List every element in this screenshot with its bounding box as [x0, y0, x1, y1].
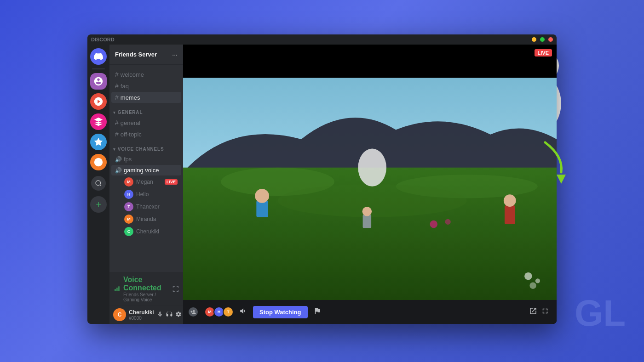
stream-controls-bar: M H T Stop Watching — [183, 300, 557, 324]
svg-rect-10 — [115, 289, 115, 291]
channel-name: gaming voice — [124, 167, 159, 174]
server-sidebar: + — [87, 45, 109, 324]
member-name: Thanexor — [136, 204, 160, 210]
stream-video: LIVE — [183, 45, 557, 300]
minimize-button[interactable] — [532, 37, 536, 42]
user-settings-button[interactable] — [175, 311, 182, 319]
channel-name: fps — [124, 156, 132, 163]
live-indicator: LIVE — [535, 49, 552, 57]
explore-servers-button[interactable] — [91, 176, 106, 191]
svg-marker-6 — [94, 138, 103, 146]
microphone-icon — [157, 311, 163, 317]
stream-action-buttons — [529, 307, 549, 317]
chevron-down-icon: ▾ — [113, 110, 116, 115]
add-server-button[interactable]: + — [90, 196, 107, 213]
discord-window: DISCORD — [87, 34, 557, 324]
home-server-icon[interactable] — [90, 48, 107, 65]
user-bar: C Cherukiki #0000 — [109, 305, 183, 324]
maximize-button[interactable] — [540, 37, 545, 42]
viewer-avatar-3: T — [223, 306, 234, 317]
voice-member-thanexor[interactable]: T Thanexor — [111, 201, 181, 213]
channel-name: faq — [121, 83, 129, 90]
server-icon-4[interactable] — [90, 134, 107, 150]
user-info: Cherukiki #0000 — [129, 309, 154, 321]
channel-list: # welcome # faq # memes ▾ GENERAL # — [109, 65, 183, 272]
svg-marker-5 — [557, 175, 566, 184]
svg-point-31 — [529, 282, 536, 288]
user-avatar: C — [113, 308, 126, 321]
channel-faq[interactable]: # faq — [111, 80, 181, 91]
server-icon-3[interactable] — [90, 113, 107, 130]
member-avatar-miranda: M — [124, 215, 133, 224]
section-label: GENERAL — [118, 110, 143, 115]
settings-icon — [175, 311, 182, 317]
channel-welcome[interactable]: # welcome — [111, 69, 181, 80]
voice-member-hello[interactable]: H Hello — [111, 188, 181, 200]
chevron-down-icon: ▾ — [113, 147, 116, 152]
svg-line-9 — [100, 185, 101, 186]
hash-icon: # — [115, 94, 119, 101]
member-avatar-hello: H — [124, 190, 133, 199]
svg-point-7 — [94, 158, 103, 166]
discord-logo-icon — [94, 52, 103, 61]
search-icon — [95, 180, 102, 187]
volume-icon — [239, 307, 247, 315]
hash-icon: # — [115, 119, 119, 126]
voice-status-row: Voice Connected Friends Server / Gaming … — [114, 276, 178, 302]
title-bar: DISCORD — [87, 34, 557, 45]
server-icon-5[interactable] — [90, 154, 107, 170]
close-button[interactable] — [548, 37, 553, 42]
member-name: Cherukiki — [136, 228, 159, 235]
voice-connection-text: Voice Connected Friends Server / Gaming … — [123, 276, 172, 302]
add-viewer-button[interactable] — [188, 306, 199, 317]
stop-watching-button[interactable]: Stop Watching — [253, 306, 308, 318]
svg-point-8 — [96, 181, 101, 186]
svg-rect-11 — [116, 288, 117, 291]
server-1-icon — [93, 76, 104, 86]
channel-general[interactable]: # general — [111, 117, 181, 128]
mute-button[interactable] — [157, 311, 163, 319]
user-discriminator: #0000 — [129, 316, 154, 321]
voice-member-cherukiki[interactable]: C Cherukiki — [111, 226, 181, 238]
channel-memes[interactable]: # memes — [111, 92, 181, 103]
live-badge: LIVE — [165, 179, 178, 185]
main-content: + Friends Server ··· # welcome # faq — [87, 45, 557, 324]
voice-channel-gaming-voice[interactable]: 🔊 gaming voice — [111, 165, 181, 175]
svg-rect-28 — [183, 45, 557, 300]
signal-icon — [114, 285, 121, 292]
member-avatar-thanexor: T — [124, 202, 133, 211]
general-section-header[interactable]: ▾ GENERAL — [109, 103, 183, 117]
voice-member-miranda[interactable]: M Miranda — [111, 213, 181, 225]
deafen-button[interactable] — [166, 311, 172, 319]
channel-off-topic[interactable]: # off-topic — [111, 129, 181, 140]
connected-sub: Friends Server / Gaming Voice — [123, 292, 172, 302]
voice-expand-button[interactable] — [172, 285, 178, 293]
speaker-icon: 🔊 — [115, 167, 122, 174]
popout-icon — [529, 307, 537, 315]
hash-icon: # — [115, 82, 119, 90]
server-more-options-button[interactable]: ··· — [172, 51, 178, 58]
channel-name: off-topic — [121, 131, 142, 138]
channel-name: general — [121, 119, 140, 126]
flag-button[interactable] — [313, 307, 322, 317]
member-avatar-megan: M — [124, 177, 133, 187]
app-title: DISCORD — [91, 37, 115, 42]
user-controls — [157, 311, 182, 319]
game-scene-svg — [183, 45, 557, 300]
voice-bars-icon — [114, 285, 121, 293]
server-header[interactable]: Friends Server ··· — [109, 45, 183, 65]
member-avatar-cherukiki: C — [124, 227, 133, 236]
fullscreen-button[interactable] — [541, 307, 549, 317]
svg-point-30 — [535, 278, 540, 283]
volume-button[interactable] — [239, 307, 247, 317]
server-icon-2[interactable] — [90, 93, 107, 110]
member-name: Miranda — [136, 216, 156, 222]
server-icon-1[interactable] — [90, 73, 107, 90]
gl-logo: GL — [575, 292, 626, 334]
voice-section-header[interactable]: ▾ VOICE CHANNELS — [109, 140, 183, 153]
voice-channel-fps[interactable]: 🔊 fps — [111, 154, 181, 164]
section-label: VOICE CHANNELS — [118, 147, 164, 152]
popout-button[interactable] — [529, 307, 537, 317]
voice-member-megan[interactable]: M Megan LIVE — [111, 176, 181, 188]
channel-name: welcome — [121, 71, 144, 78]
